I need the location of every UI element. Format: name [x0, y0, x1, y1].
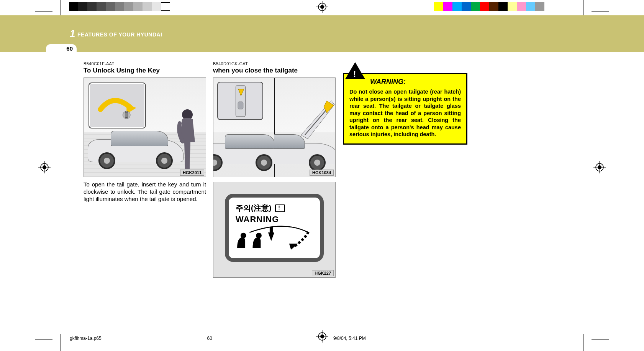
- svg-point-23: [241, 233, 246, 239]
- inset-key-detail: [88, 82, 146, 129]
- svg-rect-27: [270, 227, 273, 233]
- header: 1 FEATURES OF YOUR HYUNDAI: [0, 15, 644, 52]
- warning-triangle-icon: !: [345, 62, 365, 79]
- svg-rect-21: [238, 102, 243, 109]
- section-heading: To Unlock Using the Key: [84, 67, 206, 74]
- page-number-tab: 60: [46, 44, 77, 53]
- figure-reference: HGK2011: [180, 170, 204, 176]
- crop-mark-icon: [61, 0, 61, 17]
- content: B540C01F-AAT To Unlock Using the Key: [0, 58, 644, 318]
- body-text: To open the tail gate, insert the key an…: [84, 181, 206, 203]
- manual-booklet-icon: [275, 204, 285, 212]
- warning-label-korean: 주의(注意): [236, 203, 271, 213]
- footer-page: 60: [207, 336, 212, 341]
- column-3: ! WARNING: Do not close an open tailgate…: [343, 61, 467, 145]
- registration-target-icon: [316, 1, 328, 13]
- column-2: B540D01GK-GAT when you close the tailgat…: [213, 61, 336, 278]
- figure-unlock-key: HGK2011: [84, 77, 206, 177]
- grayscale-colorbar: [69, 2, 170, 11]
- crop-mark-icon: [35, 339, 52, 339]
- column-1: B540C01F-AAT To Unlock Using the Key: [84, 61, 206, 203]
- crop-mark-icon: [592, 12, 609, 12]
- figure-warning-label: 주의(注意) WARNING: [213, 182, 336, 278]
- figure-close-tailgate-split: HGK1034: [213, 77, 336, 177]
- inset-striker-detail: [217, 82, 263, 120]
- warning-label-illustration: [234, 220, 315, 254]
- svg-marker-26: [268, 232, 274, 241]
- section-heading: when you close the tailgate: [213, 67, 336, 74]
- svg-point-24: [256, 233, 262, 239]
- warning-label-plate: 주의(注意) WARNING: [225, 194, 324, 262]
- registration-target-icon: [316, 330, 328, 343]
- chapter-number: 1: [70, 28, 75, 40]
- svg-marker-25: [289, 244, 298, 250]
- page: 1 FEATURES OF YOUR HYUNDAI 60 B540C01F-A…: [0, 0, 644, 351]
- figure-reference: HGK227: [312, 270, 334, 276]
- chapter-title: FEATURES OF YOUR HYUNDAI: [77, 31, 162, 38]
- crop-mark-icon: [592, 339, 609, 339]
- footer-timestamp: 9/8/04, 5:41 PM: [333, 336, 366, 341]
- warning-heading: WARNING:: [370, 78, 461, 86]
- person-silhouette-icon: [176, 108, 199, 173]
- section-code: B540D01GK-GAT: [213, 61, 336, 66]
- figure-reference: HGK1034: [310, 170, 334, 176]
- process-colorbar: [434, 2, 544, 11]
- footer-filename: gkflhma-1a.p65: [70, 336, 102, 341]
- crop-mark-icon: [35, 12, 52, 12]
- warning-callout: ! WARNING: Do not close an open tailgate…: [343, 73, 467, 145]
- section-code: B540C01F-AAT: [84, 61, 206, 66]
- crop-mark-icon: [61, 334, 61, 351]
- crop-mark-icon: [583, 334, 583, 351]
- svg-rect-18: [125, 112, 128, 118]
- warning-body: Do not close an open tailgate (rear hatc…: [349, 88, 461, 138]
- crop-mark-icon: [583, 0, 583, 17]
